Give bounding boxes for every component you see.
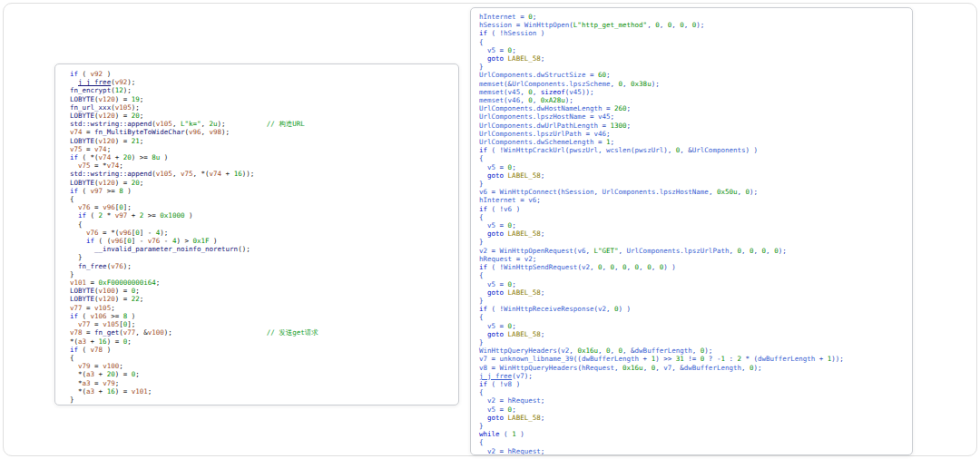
code-line: hSession = WinHttpOpen(L"http_get_method… [479, 21, 905, 29]
code-line: { [479, 154, 905, 162]
code-line: *a3 = v79; [70, 379, 449, 387]
code-line: if ( 2 * v97 + 2 >= 0x1000 ) [70, 211, 449, 220]
code-line: v77 = v105[0]; [70, 320, 449, 328]
code-line: goto LABEL_58; [479, 288, 905, 297]
code-line: if ( (v96[0] - v76 - 4) > 0x1F ) [70, 237, 449, 245]
code-line: LOBYTE(v100) = 0; [70, 287, 449, 295]
code-line: { [70, 195, 449, 203]
code-line: hInternet = 0; [479, 13, 905, 21]
code-line: goto LABEL_58; [479, 330, 905, 338]
code-line: v5 = 0; [479, 280, 905, 288]
code-line: v8 = WinHttpQueryHeaders(hRequest, 0x16u… [479, 364, 905, 372]
code-line: v2 = WinHttpOpenRequest(v6, L"GET", UrlC… [479, 247, 905, 255]
code-line: goto LABEL_58; [479, 414, 905, 422]
code-comment: // 构造URL [267, 120, 305, 128]
code-line: std::wstring::append(v105, v75, *(v74 + … [70, 170, 449, 178]
code-line: hRequest = v2; [479, 255, 905, 263]
code-line: } [70, 253, 449, 261]
code-line: *(a3 + 20) = 0; [70, 370, 449, 378]
code-line: LOBYTE(v120) = 19; [70, 95, 449, 103]
code-comment: // 发送get请求 [267, 328, 318, 337]
code-line: memset(&UrlComponents.lpszScheme, 0, 0x3… [479, 80, 905, 88]
code-line: { [479, 271, 905, 279]
code-line: UrlComponents.dwUrlPathLength = 1300; [479, 122, 905, 130]
code-line: *(a3 + 16) = 0; [70, 337, 449, 346]
code-line: } [479, 422, 905, 430]
code-line: if ( !v8 ) [479, 380, 905, 388]
code-line: LOBYTE(v120) = 20; [70, 112, 449, 120]
code-line: v5 = 0; [479, 405, 905, 414]
code-line: while ( 1 ) [479, 430, 905, 438]
code-line: fn_url_xxx(v105); [70, 103, 449, 112]
code-line: fn_free(v76); [70, 262, 449, 270]
code-line: { [70, 220, 449, 229]
code-line: if ( !WinHttpCrackUrl(pwszUrl, wcslen(pw… [479, 146, 905, 154]
code-line: { [70, 354, 449, 362]
code-line: } [479, 180, 905, 188]
code-line: *(a3 + 16) = v101; [70, 387, 449, 396]
code-line: if ( v92 ) [70, 70, 449, 78]
code-line: v74 = fn_MultiByteToWideChar(v96, v98); [70, 128, 449, 136]
code-line: } [479, 238, 905, 246]
code-line: if ( v97 >= 8 ) [70, 187, 449, 195]
code-line: v75 = *v74; [70, 161, 449, 170]
left-code-panel[interactable]: if ( v92 ) j_j_free(v92);fn_encrypt(12);… [54, 63, 459, 405]
code-line: WinHttpQueryHeaders(v2, 0x16u, 0, 0, &dw… [479, 347, 905, 355]
code-line: { [479, 213, 905, 221]
code-line: v5 = 0; [479, 163, 905, 171]
code-line: v5 = 0; [479, 221, 905, 230]
code-line: fn_encrypt(12); [70, 86, 449, 94]
code-line: } [70, 270, 449, 278]
code-line: LOBYTE(v120) = 22; [70, 295, 449, 303]
code-line: if ( !WinHttpReceiveResponse(v2, 0) ) [479, 305, 905, 313]
code-line: v77 = v105; [70, 304, 449, 312]
code-line: j_j_free(v92); [70, 78, 449, 86]
code-line: LOBYTE(v120) = 20; [70, 179, 449, 187]
code-line: { [479, 313, 905, 321]
code-line: v78 = fn_get(v77, &v100); // 发送get请求 [70, 328, 449, 337]
code-line: if ( !WinHttpSendRequest(v2, 0, 0, 0, 0,… [479, 263, 905, 271]
code-line: v76 = *(v96[0] - 4); [70, 229, 449, 237]
code-line: UrlComponents.dwSchemeLength = 1; [479, 138, 905, 146]
code-line: v5 = 0; [479, 46, 905, 54]
code-line: if ( v106 >= 8 ) [70, 312, 449, 320]
code-line: if ( v78 ) [70, 346, 449, 354]
code-line: if ( !v6 ) [479, 205, 905, 213]
right-code-panel[interactable]: hInternet = 0;hSession = WinHttpOpen(L"h… [470, 7, 913, 455]
code-line: v76 = v96[0]; [70, 203, 449, 211]
code-line: v2 = hRequest; [479, 447, 905, 455]
code-line: } [70, 396, 449, 404]
code-line: v6 = WinHttpConnect(hSession, UrlCompone… [479, 188, 905, 196]
code-line: memset(v45, 0, sizeof(v45)); [479, 88, 905, 96]
code-line: goto LABEL_58; [479, 54, 905, 63]
code-line: j_j_free(v7); [479, 372, 905, 380]
code-line: v75 = v74; [70, 145, 449, 153]
code-line: if ( !hSession ) [479, 29, 905, 37]
code-line: UrlComponents.lpszUrlPath = v46; [479, 130, 905, 138]
code-line: hInternet = v6; [479, 196, 905, 204]
code-line: goto LABEL_58; [479, 171, 905, 180]
code-line: { [479, 438, 905, 446]
code-line: v2 = hRequest; [479, 396, 905, 405]
code-line: v5 = 0; [479, 322, 905, 330]
code-line: UrlComponents.dwHostNameLength = 260; [479, 104, 905, 112]
code-line: } [479, 297, 905, 305]
code-line: memset(v46, 0, 0xA28u); [479, 96, 905, 104]
code-line: } [479, 63, 905, 71]
code-line: v7 = unknown_libname_39((dwBufferLength … [479, 355, 905, 363]
code-line: { [479, 388, 905, 396]
code-line: std::wstring::append(v105, L"k=", 2u); /… [70, 120, 449, 128]
code-line: UrlComponents.lpszHostName = v45; [479, 112, 905, 121]
code-line: __invalid_parameter_noinfo_noreturn(); [70, 245, 449, 253]
code-line: v79 = v100; [70, 362, 449, 370]
code-line: } [479, 338, 905, 347]
code-line: if ( *(v74 + 20) >= 8u ) [70, 153, 449, 161]
code-line: UrlComponents.dwStructSize = 60; [479, 71, 905, 79]
code-line: goto LABEL_58; [479, 230, 905, 238]
code-line: { [479, 38, 905, 46]
code-line: LOBYTE(v120) = 21; [70, 137, 449, 145]
code-line: v101 = 0xF00000000i64; [70, 278, 449, 287]
